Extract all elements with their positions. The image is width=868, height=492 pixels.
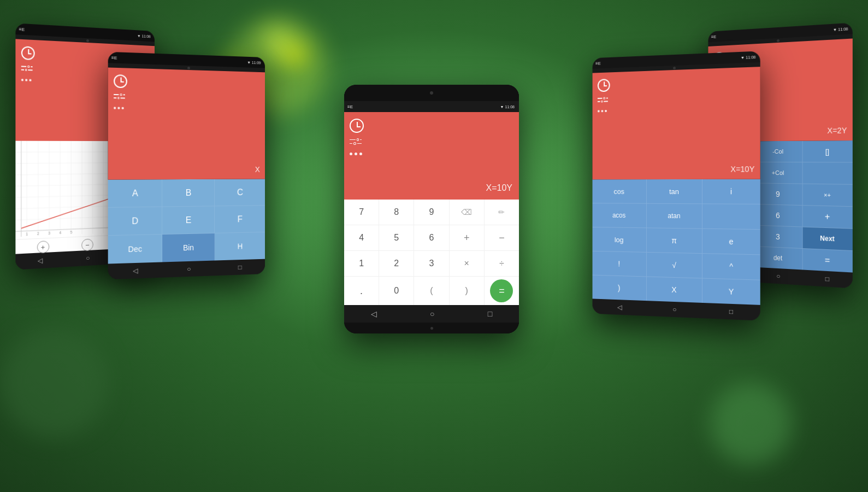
key-C[interactable]: C xyxy=(215,179,265,206)
key-F[interactable]: F xyxy=(215,206,265,233)
key-equals[interactable]: = xyxy=(485,277,519,305)
key-3-fr[interactable]: 3 xyxy=(754,226,802,248)
svg-text:5: 5 xyxy=(70,230,72,234)
nav-back-fl[interactable]: ◁ xyxy=(38,256,43,265)
key-log[interactable]: log xyxy=(593,227,647,252)
key-B[interactable]: B xyxy=(162,179,215,207)
key-0[interactable]: 0 xyxy=(379,277,414,305)
key-col-minus[interactable]: -Col xyxy=(754,141,802,162)
key-multiply[interactable]: × xyxy=(450,251,485,276)
key-e[interactable]: e xyxy=(702,229,760,255)
status-time-sl: ▼ 11:09 xyxy=(247,60,261,65)
nav-app-c[interactable]: □ xyxy=(488,309,492,318)
equation-sl: X xyxy=(255,165,260,174)
sliders-icon-sl xyxy=(114,93,125,99)
key-close-paren-sr[interactable]: ) xyxy=(593,276,647,301)
key-sqrt[interactable]: √ xyxy=(647,253,703,278)
key-close-paren[interactable]: ) xyxy=(450,277,485,305)
status-left-fl: ≡E xyxy=(19,26,25,32)
nav-home-fr[interactable]: ○ xyxy=(776,272,780,280)
key-caret[interactable]: ^ xyxy=(702,254,760,279)
clock-icon-c xyxy=(350,119,364,133)
key-open-paren[interactable]: ( xyxy=(414,277,449,305)
nav-home-c[interactable]: ○ xyxy=(430,309,434,318)
clock-icon-sr xyxy=(598,79,610,92)
nav-home-sl[interactable]: ○ xyxy=(187,265,191,273)
status-left-sl: ≡E xyxy=(111,55,117,61)
key-clear[interactable]: ✏ xyxy=(485,200,519,225)
key-dot[interactable]: . xyxy=(344,277,379,305)
key-9[interactable]: 9 xyxy=(414,200,449,225)
key-D[interactable]: D xyxy=(108,207,162,236)
key-Dec[interactable]: Dec xyxy=(108,235,162,263)
key-1[interactable]: 1 xyxy=(344,251,379,276)
key-plus-fr[interactable]: + xyxy=(802,206,853,229)
key-next[interactable]: Next xyxy=(802,227,853,251)
key-Y-sr[interactable]: Y xyxy=(702,279,760,305)
sliders-icon-fl xyxy=(21,65,33,71)
equation-fr: X=2Y xyxy=(828,126,847,135)
key-6-fr[interactable]: 6 xyxy=(754,204,802,227)
clock-icon-sl xyxy=(114,74,127,88)
nav-home-fl[interactable]: ○ xyxy=(86,254,90,262)
key-divide[interactable]: ÷ xyxy=(485,251,519,276)
device-second-right: ≡E ▼ 11:08 xyxy=(593,51,760,320)
key-2[interactable]: 2 xyxy=(379,251,414,276)
key-minus[interactable]: − xyxy=(485,225,519,250)
nav-back-sl[interactable]: ◁ xyxy=(133,267,138,275)
letter-keypad: A B C D E F Dec Bin H xyxy=(108,179,265,263)
key-7[interactable]: 7 xyxy=(344,200,379,225)
key-H[interactable]: H xyxy=(215,232,265,261)
key-8[interactable]: 8 xyxy=(379,200,414,225)
key-empty-fr1 xyxy=(802,162,853,184)
key-pi[interactable]: π xyxy=(647,228,703,253)
zoom-in-btn[interactable]: + xyxy=(37,241,49,254)
key-i[interactable]: i xyxy=(702,179,760,204)
key-A[interactable]: A xyxy=(108,179,162,208)
status-time-fl: ▼ 11:08 xyxy=(137,34,150,38)
key-col-plus[interactable]: +Col xyxy=(754,162,802,184)
key-5[interactable]: 5 xyxy=(379,225,414,250)
key-6[interactable]: 6 xyxy=(414,225,449,250)
status-left-sr: ≡E xyxy=(595,61,600,66)
key-det[interactable]: det xyxy=(754,247,802,270)
key-acos[interactable]: acos xyxy=(593,203,647,227)
svg-text:1: 1 xyxy=(26,232,28,236)
svg-text:3: 3 xyxy=(48,231,50,235)
key-Bin[interactable]: Bin xyxy=(162,233,215,262)
key-cross-plus[interactable]: ×+ xyxy=(802,184,853,207)
sliders-icon-sr xyxy=(598,97,608,103)
key-E[interactable]: E xyxy=(162,206,215,235)
nav-app-sr[interactable]: □ xyxy=(729,308,733,316)
key-4[interactable]: 4 xyxy=(344,225,379,250)
key-factorial[interactable]: ! xyxy=(593,251,647,277)
key-cos[interactable]: cos xyxy=(593,179,647,203)
key-3[interactable]: 3 xyxy=(414,251,449,276)
status-left-c: ≡E xyxy=(347,104,353,109)
nav-back-c[interactable]: ◁ xyxy=(371,309,377,318)
dots-icon-sr xyxy=(598,106,754,112)
calc-keyboard: 7 8 9 ⌫ ✏ 4 5 6 + − 1 2 3 xyxy=(344,200,519,305)
key-plus[interactable]: + xyxy=(450,225,485,250)
scientific-keypad: cos tan i acos atan log π e ! √ ^ xyxy=(593,179,760,305)
nav-app-sl[interactable]: □ xyxy=(238,263,242,271)
nav-home-sr[interactable]: ○ xyxy=(672,306,676,313)
key-X-sr[interactable]: X xyxy=(647,277,703,303)
equation-c: X=10Y xyxy=(486,183,512,193)
sliders-icon-c xyxy=(350,138,362,145)
nav-app-fr[interactable]: □ xyxy=(825,275,829,283)
dots-icon-c xyxy=(350,153,513,155)
status-time-c: ▼ 11:08 xyxy=(500,105,515,109)
clock-icon-fl xyxy=(21,46,35,60)
key-tan[interactable]: tan xyxy=(647,179,703,203)
key-bracket[interactable]: [] xyxy=(802,140,853,162)
key-equals-fr[interactable]: = xyxy=(802,249,853,272)
key-atan[interactable]: atan xyxy=(647,204,703,229)
svg-text:2: 2 xyxy=(37,232,39,236)
key-9-fr[interactable]: 9 xyxy=(754,183,802,205)
nav-back-sr[interactable]: ◁ xyxy=(617,303,622,311)
key-backspace[interactable]: ⌫ xyxy=(450,200,485,225)
device-center: ≡E ▼ 11:08 xyxy=(344,85,519,333)
equation-sr: X=10Y xyxy=(730,165,754,174)
zoom-out-btn[interactable]: − xyxy=(81,239,93,251)
